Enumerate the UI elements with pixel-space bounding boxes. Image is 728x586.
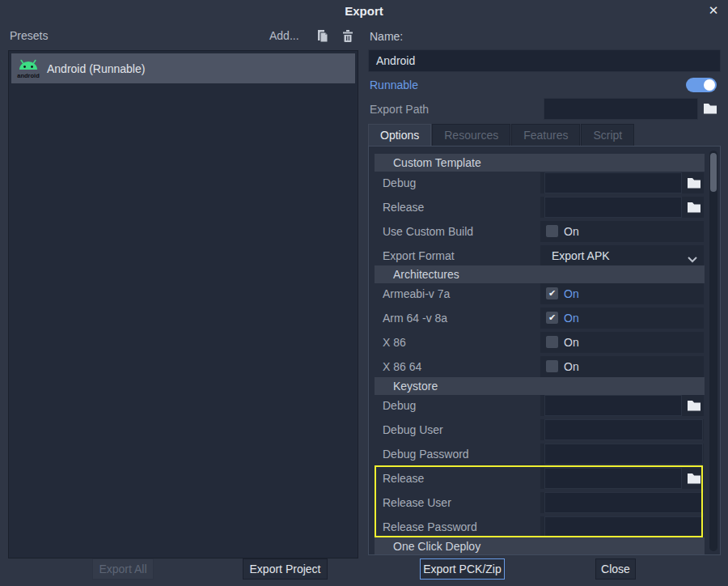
text-input[interactable] [544, 468, 682, 489]
close-button[interactable]: Close [595, 558, 636, 580]
option-label: Debug User [383, 418, 443, 442]
option-label: Release User [383, 490, 451, 515]
option-editor: ✔On [540, 308, 704, 329]
option-label: Release Password [383, 515, 477, 539]
tabs: OptionsResourcesFeaturesScript [368, 124, 635, 146]
folder-icon[interactable] [702, 101, 718, 116]
option-row: Debug User [369, 418, 720, 442]
option-editor: On [540, 356, 704, 377]
checkbox[interactable] [546, 225, 558, 237]
option-editor: On [540, 221, 704, 242]
export-path-label: Export Path [370, 103, 429, 116]
option-row: Release Password [369, 515, 720, 539]
folder-icon[interactable] [686, 471, 702, 486]
checkbox-label: On [564, 332, 579, 353]
export-dialog: Export ✕ Presets Add... [0, 0, 728, 586]
option-row: Debug [369, 171, 720, 195]
option-editor: On [540, 332, 704, 353]
checkbox[interactable] [546, 336, 558, 348]
folder-icon[interactable] [686, 176, 702, 190]
section-header: Custom Template [375, 154, 705, 172]
text-input[interactable] [544, 395, 682, 416]
option-label: Debug [383, 171, 416, 195]
duplicate-icon[interactable] [315, 29, 330, 44]
android-icon: android [15, 56, 41, 82]
option-row: Export FormatExport APK [369, 244, 720, 268]
section-header: One Click Deploy [375, 537, 705, 555]
name-input[interactable]: Android [368, 49, 721, 72]
dropdown-value: Export APK [552, 245, 610, 266]
option-label: Debug Password [383, 442, 469, 466]
tab-script[interactable]: Script [581, 124, 634, 146]
option-row: Release [369, 195, 720, 219]
option-editor [540, 419, 704, 440]
tab-features[interactable]: Features [511, 124, 580, 146]
dialog-title: Export [0, 4, 728, 18]
preset-item-android[interactable]: android Android (Runnable) [11, 53, 355, 83]
option-editor [540, 172, 704, 193]
export-path-input[interactable] [544, 98, 698, 120]
checkbox-label: On [564, 356, 579, 377]
options-scrollbar[interactable] [709, 151, 717, 551]
text-input[interactable] [544, 172, 682, 193]
option-label: X 86 [383, 330, 406, 355]
checkbox-label: On [564, 308, 579, 329]
section-label: Custom Template [393, 154, 705, 172]
delete-icon[interactable] [341, 29, 355, 44]
preset-list: android Android (Runnable) [8, 50, 358, 558]
option-label: X 86 64 [383, 355, 421, 379]
option-row: Release User [369, 490, 720, 515]
runnable-link[interactable]: Runnable [370, 79, 418, 91]
checkbox-label: On [564, 283, 579, 304]
option-row: Debug [369, 393, 720, 418]
option-label: Debug [383, 393, 416, 418]
option-label: Release [383, 195, 424, 219]
add-preset-button[interactable]: Add... [269, 29, 299, 42]
folder-icon[interactable] [686, 200, 702, 214]
text-input[interactable] [544, 444, 703, 465]
option-row: Debug Password [369, 442, 720, 466]
option-label: Armeabi-v 7a [383, 282, 450, 306]
runnable-toggle[interactable] [686, 78, 717, 92]
export-all-button: Export All [92, 558, 154, 580]
option-label: Use Custom Build [383, 219, 473, 244]
option-label: Export Format [383, 244, 455, 268]
checkbox[interactable]: ✔ [546, 312, 558, 324]
option-label: Arm 64 -v 8a [383, 306, 447, 330]
checkbox[interactable] [546, 360, 558, 372]
name-label: Name: [370, 30, 403, 43]
option-editor [540, 516, 704, 537]
options-panel: Custom TemplateDebugReleaseUse Custom Bu… [368, 146, 721, 555]
tab-resources[interactable]: Resources [432, 124, 510, 146]
option-row: Arm 64 -v 8a✔On [369, 306, 720, 330]
section-label: Keystore [393, 377, 705, 395]
option-row: Use Custom BuildOn [369, 219, 720, 244]
option-editor [540, 492, 704, 513]
section-header: Architectures [375, 265, 705, 283]
option-row: X 86On [369, 330, 720, 355]
dropdown[interactable]: Export APK [540, 245, 704, 266]
text-input[interactable] [544, 492, 703, 513]
section-label: Architectures [393, 265, 705, 283]
option-label: Release [383, 466, 424, 490]
option-editor: ✔On [540, 283, 704, 304]
scrollbar-thumb[interactable] [710, 153, 717, 192]
checkbox[interactable]: ✔ [546, 287, 558, 299]
tab-options[interactable]: Options [368, 124, 431, 146]
section-header: Keystore [375, 377, 705, 395]
folder-icon[interactable] [686, 398, 702, 413]
presets-label: Presets [10, 29, 48, 42]
export-pck-zip-button[interactable]: Export PCK/Zip [420, 558, 505, 580]
text-input[interactable] [544, 419, 703, 440]
text-input[interactable] [544, 516, 703, 537]
svg-text:android: android [17, 72, 40, 79]
chevron-down-icon [688, 252, 697, 266]
export-project-button[interactable]: Export Project [243, 558, 328, 580]
text-input[interactable] [544, 197, 682, 218]
option-editor [540, 468, 704, 489]
checkbox-label: On [564, 221, 579, 242]
close-icon[interactable]: ✕ [705, 2, 722, 19]
option-editor [540, 395, 704, 416]
option-editor [540, 444, 704, 465]
section-label: One Click Deploy [393, 537, 705, 555]
